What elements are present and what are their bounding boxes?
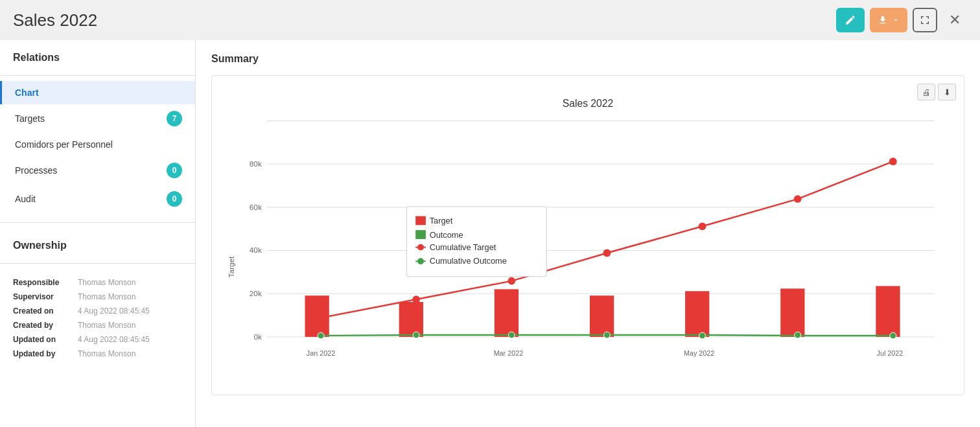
svg-text:40k: 40k [250,246,262,254]
chart-svg: Sales 2022 Target 0k 20k 40k [222,86,953,384]
svg-text:Jul 2022: Jul 2022 [877,349,904,357]
dot-target-jul [889,157,897,165]
svg-text:Sales 2022: Sales 2022 [563,98,614,109]
legend-cum-target-dot [417,244,424,251]
dot-target-may [699,222,706,230]
edit-button[interactable] [836,8,865,32]
header-actions: ✕ [836,8,967,32]
bar-jun [780,288,804,337]
chart-download-button[interactable]: ⬇ [938,84,956,100]
updated-by-label: Updated by [13,349,78,358]
expand-icon [920,15,930,25]
dot-target-feb [412,295,420,303]
created-by-row: Created by Thomas Monson [0,318,195,332]
chevron-down-icon [892,16,900,24]
dot-outcome-may [699,332,706,339]
close-button[interactable]: ✕ [942,8,967,32]
sidebar-item-comidors[interactable]: Comidors per Personnel [0,133,195,156]
page-title: Sales 2022 [13,10,97,30]
dot-outcome-jul [890,332,896,339]
targets-badge: 7 [167,111,182,126]
svg-text:Jan 2022: Jan 2022 [307,349,335,357]
svg-text:0k: 0k [253,332,262,341]
supervisor-value: Thomas Monson [78,292,135,301]
dot-outcome-feb [413,332,419,338]
updated-on-row: Updated on 4 Aug 2022 08:45:45 [0,332,195,347]
edit-icon [845,14,856,26]
dot-outcome-jun [795,332,801,338]
responsible-label: Responsible [13,278,78,287]
bar-jul [876,286,900,336]
audit-badge: 0 [167,191,182,207]
legend-target-box [415,216,426,225]
print-button[interactable]: 🖨 [917,84,935,100]
legend-target-label: Target [430,216,453,225]
svg-text:60k: 60k [250,203,262,211]
updated-on-value: 4 Aug 2022 08:45:45 [78,335,150,344]
legend-outcome-box [415,230,426,239]
chart-tools: 🖨 ⬇ [917,84,956,100]
updated-on-label: Updated on [13,335,78,344]
dot-target-mar [508,277,515,285]
ownership-title: Ownership [0,228,195,258]
svg-text:May 2022: May 2022 [684,349,714,357]
sidebar-item-targets[interactable]: Targets 7 [0,104,195,133]
svg-text:80k: 80k [250,159,262,168]
created-by-value: Thomas Monson [78,321,135,330]
created-by-label: Created by [13,321,78,330]
legend-cum-target-label: Cumulative Target [430,242,496,252]
content-area: Summary 🖨 ⬇ Sales 2022 Target [196,40,980,427]
created-on-row: Created on 4 Aug 2022 08:45:45 [0,304,195,318]
legend-cum-outcome-dot [417,258,424,264]
summary-title: Summary [211,53,964,65]
chart-container: 🖨 ⬇ Sales 2022 Target [211,75,964,395]
sidebar: Relations Chart Targets 7 Comidors per P… [0,40,196,427]
bar-may [685,291,709,337]
dot-target-jan [317,314,325,322]
sidebar-item-processes[interactable]: Processes 0 [0,156,195,185]
processes-badge: 0 [167,163,182,178]
updated-by-value: Thomas Monson [78,349,135,358]
svg-text:20k: 20k [250,289,262,297]
expand-button[interactable] [913,8,937,32]
download-button[interactable] [870,8,907,32]
sidebar-item-chart[interactable]: Chart [0,81,195,104]
sidebar-item-audit-label: Audit [15,194,36,204]
sidebar-item-targets-label: Targets [15,113,45,124]
bar-feb [399,302,423,337]
dot-outcome-jan [318,332,324,339]
relations-title: Relations [0,40,195,70]
bar-apr [590,295,614,337]
sidebar-item-audit[interactable]: Audit 0 [0,185,195,213]
bar-mar [495,289,519,337]
responsible-value: Thomas Monson [78,278,135,287]
legend-cum-outcome-label: Cumulative Outcome [430,256,507,266]
download-icon [878,15,888,25]
svg-text:Target: Target [227,256,235,277]
sidebar-item-processes-label: Processes [15,165,57,176]
supervisor-row: Supervisor Thomas Monson [0,290,195,304]
supervisor-label: Supervisor [13,292,78,301]
updated-by-row: Updated by Thomas Monson [0,347,195,361]
responsible-row: Responsible Thomas Monson [0,275,195,290]
created-on-value: 4 Aug 2022 08:45:45 [78,306,150,316]
dot-target-jun [794,195,802,203]
dot-outcome-mar [508,332,515,338]
sidebar-item-chart-label: Chart [15,87,39,98]
dot-target-apr [603,249,611,257]
dot-outcome-apr [604,332,611,338]
svg-text:Mar 2022: Mar 2022 [494,349,523,357]
created-on-label: Created on [13,306,78,316]
legend-outcome-label: Outcome [430,230,463,240]
sidebar-item-comidors-label: Comidors per Personnel [15,139,113,150]
ownership-section: Responsible Thomas Monson Supervisor Tho… [0,269,195,367]
